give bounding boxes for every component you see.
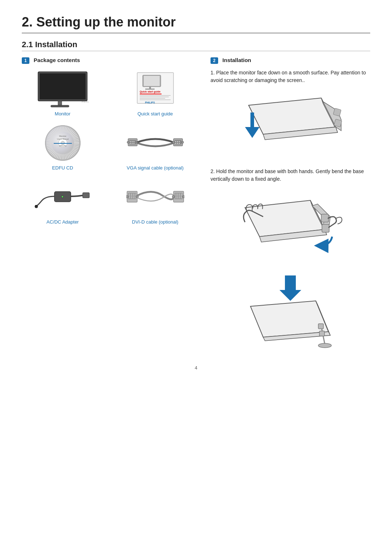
svg-marker-97	[279, 275, 301, 301]
svg-rect-87	[333, 108, 341, 116]
svg-point-55	[132, 194, 133, 195]
svg-marker-98	[250, 301, 328, 337]
dvid-image	[126, 177, 184, 217]
svg-point-43	[179, 143, 180, 144]
right-column: 2 Installation 1. Place the monitor face…	[211, 57, 370, 354]
step-2-num: 2.	[211, 168, 215, 174]
svg-point-53	[129, 194, 130, 195]
svg-point-34	[127, 141, 129, 143]
list-item: Monitor User's Manual PHILIPS EDFU CD	[22, 123, 103, 171]
page-number: 4	[22, 365, 370, 371]
svg-point-44	[172, 141, 175, 143]
badge-1: 1	[22, 57, 29, 64]
step-2: 2. Hold the monitor and base with both h…	[211, 168, 370, 183]
illustration-3	[211, 274, 370, 350]
svg-point-32	[131, 143, 132, 144]
cd-image: Monitor User's Manual PHILIPS	[34, 123, 92, 163]
list-item: Quick start guide PHILIPS Quick start gu…	[114, 69, 196, 116]
svg-point-76	[181, 196, 181, 196]
svg-rect-1	[40, 73, 86, 99]
svg-point-78	[177, 197, 178, 198]
svg-rect-48	[35, 205, 37, 207]
vga-image	[126, 123, 184, 163]
quickstart-image: Quick start guide PHILIPS	[126, 69, 184, 109]
svg-point-60	[134, 196, 135, 196]
svg-point-79	[179, 197, 180, 198]
svg-point-61	[129, 197, 130, 198]
step-1-num: 1.	[211, 70, 215, 75]
svg-point-58	[131, 196, 131, 196]
svg-point-69	[175, 194, 176, 195]
svg-point-29	[131, 141, 132, 142]
svg-text:User's Manual: User's Manual	[57, 138, 69, 140]
svg-point-30	[133, 141, 134, 142]
list-item: PHILIPS Monitor	[22, 69, 103, 116]
quickstart-label: Quick start guide	[138, 111, 173, 116]
step-1: 1. Place the monitor face down on a smoo…	[211, 69, 370, 84]
svg-point-50	[61, 196, 64, 198]
svg-rect-8	[149, 87, 151, 89]
svg-rect-11	[140, 94, 162, 94]
svg-point-75	[179, 196, 180, 196]
svg-point-82	[182, 196, 184, 198]
svg-point-45	[181, 141, 184, 143]
svg-rect-3	[51, 105, 69, 107]
svg-rect-12	[140, 95, 171, 96]
svg-rect-7	[144, 76, 160, 86]
adapter-label: AC/DC Adapter	[46, 219, 79, 225]
list-item: DVI-D cable (optional)	[114, 177, 196, 225]
list-item: VGA signal cable (optional)	[114, 123, 196, 171]
svg-rect-103	[318, 324, 323, 329]
page-title: 2. Setting up the monitor	[22, 15, 370, 33]
svg-point-72	[181, 194, 181, 195]
svg-point-77	[175, 197, 176, 198]
svg-text:Monitor: Monitor	[59, 135, 66, 137]
svg-point-31	[130, 143, 131, 144]
svg-rect-94	[321, 214, 328, 222]
svg-rect-95	[322, 224, 329, 232]
installation-label: 2 Installation	[211, 57, 370, 64]
vga-label: VGA signal cable (optional)	[127, 165, 184, 171]
svg-rect-104	[319, 331, 324, 336]
dvid-label: DVI-D cable (optional)	[132, 219, 179, 225]
svg-point-64	[134, 197, 135, 198]
svg-text:PHILIPS: PHILIPS	[59, 145, 66, 147]
illustration-1	[211, 91, 370, 163]
svg-rect-2	[58, 101, 62, 105]
svg-point-57	[129, 196, 130, 196]
svg-rect-15	[140, 99, 171, 100]
badge-2: 2	[211, 57, 218, 64]
section-title: 2.1 Installation	[22, 40, 370, 51]
svg-point-40	[179, 141, 180, 142]
svg-point-70	[177, 194, 178, 195]
svg-rect-88	[334, 119, 342, 127]
package-grid: PHILIPS Monitor	[22, 69, 196, 225]
svg-point-81	[172, 196, 175, 198]
svg-point-63	[132, 197, 133, 198]
svg-point-56	[134, 194, 135, 195]
left-column: 1 Package contents PHILIPS	[22, 57, 196, 354]
svg-rect-14	[140, 98, 165, 99]
edfu-label: EDFU CD	[52, 165, 73, 171]
svg-point-80	[181, 197, 181, 198]
svg-rect-9	[145, 89, 155, 90]
package-contents-label: 1 Package contents	[22, 57, 196, 64]
illustration-2	[211, 189, 370, 269]
svg-point-42	[177, 143, 178, 144]
svg-point-41	[175, 143, 176, 144]
svg-point-74	[177, 196, 178, 196]
svg-point-39	[177, 141, 178, 142]
svg-point-65	[126, 196, 128, 198]
adapter-image	[34, 177, 92, 217]
step-2-text: Hold the monitor and base with both hand…	[211, 168, 364, 182]
list-item: AC/DC Adapter	[22, 177, 103, 225]
svg-text:Quick start guide: Quick start guide	[140, 90, 160, 93]
monitor-label: Monitor	[55, 111, 70, 116]
svg-point-28	[130, 141, 131, 142]
svg-point-102	[318, 343, 331, 348]
svg-point-38	[175, 141, 176, 142]
svg-text:PHILIPS: PHILIPS	[82, 101, 89, 103]
svg-point-73	[175, 196, 176, 196]
svg-text:PHILIPS: PHILIPS	[145, 101, 155, 104]
svg-point-71	[179, 194, 180, 195]
